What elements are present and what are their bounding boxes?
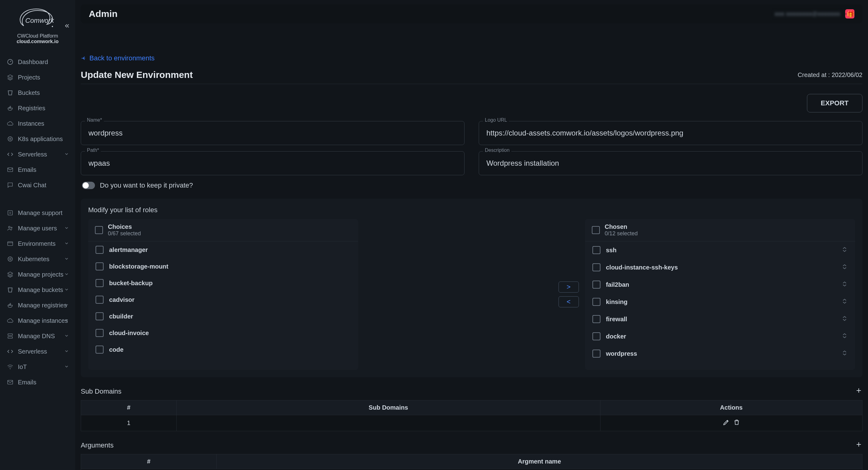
role-item[interactable]: code [88, 341, 358, 358]
sidebar-item-emails[interactable]: Emails [2, 374, 73, 390]
back-link[interactable]: Back to environments [81, 54, 155, 62]
docker-icon [7, 302, 13, 309]
role-item-checkbox[interactable] [96, 296, 103, 304]
subdomains-col-actions: Actions [600, 400, 863, 415]
chosen-select-all-checkbox[interactable] [592, 226, 600, 234]
subdomains-table: # Sub Domains Actions 1 [81, 400, 863, 431]
name-input[interactable] [81, 121, 465, 145]
role-item-checkbox[interactable] [96, 246, 103, 254]
role-item[interactable]: cbuilder [88, 308, 358, 325]
role-item-checkbox[interactable] [96, 329, 103, 337]
window-icon [7, 240, 13, 247]
role-item-label: bucket-backup [109, 280, 153, 287]
description-input[interactable] [479, 151, 863, 175]
sidebar-item-kubernetes[interactable]: Kubernetes [2, 251, 73, 267]
drag-handle-icon[interactable] [841, 332, 848, 341]
brand-block: Comwork CWCloud Platform cloud.comwork.i… [0, 0, 75, 48]
role-item[interactable]: wordpress [585, 345, 855, 362]
role-item[interactable]: cloud-invoice [88, 325, 358, 341]
sidebar-item-manage-instances[interactable]: Manage instances [2, 313, 73, 328]
sidebar: Comwork CWCloud Platform cloud.comwork.i… [0, 0, 75, 470]
role-item-checkbox[interactable] [592, 349, 600, 358]
sidebar-item-label: Projects [18, 74, 40, 81]
role-item-checkbox[interactable] [592, 263, 600, 271]
gauge-icon [7, 59, 13, 65]
gift-icon[interactable] [845, 9, 855, 19]
role-item[interactable]: blockstorage-mount [88, 258, 358, 275]
role-item-checkbox[interactable] [96, 312, 103, 320]
sidebar-item-environments[interactable]: Environments [2, 236, 73, 251]
sidebar-item-manage-registries[interactable]: Manage registries [2, 298, 73, 313]
role-item-checkbox[interactable] [592, 298, 600, 306]
role-item[interactable]: docker [585, 328, 855, 345]
add-argument-button[interactable] [855, 440, 863, 450]
subdomains-col-idx: # [81, 400, 177, 415]
users-icon [7, 225, 13, 232]
role-item[interactable]: fail2ban [585, 276, 855, 293]
sidebar-item-manage-projects[interactable]: Manage projects [2, 267, 73, 282]
sidebar-item-registries[interactable]: Registries [2, 100, 73, 116]
add-subdomain-button[interactable] [855, 387, 863, 396]
sidebar-item-label: Serverless [18, 151, 47, 158]
sidebar-item-projects[interactable]: Projects [2, 70, 73, 85]
private-label: Do you want to keep it private? [100, 181, 193, 190]
sidebar-item-iot[interactable]: IoT [2, 359, 73, 374]
move-right-button[interactable]: > [559, 281, 579, 293]
move-left-button[interactable]: < [559, 296, 579, 307]
sidebar-collapse-button[interactable] [63, 22, 71, 30]
drag-handle-icon[interactable] [841, 349, 848, 358]
role-item-label: cbuilder [109, 313, 133, 320]
role-item[interactable]: firewall [585, 310, 855, 328]
role-item[interactable]: cadvisor [88, 291, 358, 308]
logo-url-input[interactable] [479, 121, 863, 145]
sidebar-item-serverless[interactable]: Serverless [2, 344, 73, 359]
support-icon [7, 209, 13, 216]
choices-listbox: Choices 0/67 selected alertmanagerblocks… [88, 219, 358, 370]
export-button[interactable]: EXPORT [807, 94, 863, 112]
role-item-label: ssh [606, 247, 617, 254]
sidebar-item-buckets[interactable]: Buckets [2, 85, 73, 100]
sidebar-item-dashboard[interactable]: Dashboard [2, 54, 73, 70]
sidebar-item-label: Serverless [18, 348, 47, 355]
sidebar-item-cwai-chat[interactable]: Cwai Chat [2, 177, 73, 193]
drag-handle-icon[interactable] [841, 246, 848, 255]
drag-handle-icon[interactable] [841, 263, 848, 272]
drag-handle-icon[interactable] [841, 280, 848, 289]
role-item-checkbox[interactable] [96, 279, 103, 287]
edit-icon[interactable] [723, 419, 730, 426]
role-item-checkbox[interactable] [592, 280, 600, 289]
role-item-checkbox[interactable] [592, 332, 600, 340]
chevron-down-icon [64, 363, 69, 371]
role-item[interactable]: kinsing [585, 293, 855, 310]
sidebar-item-manage-users[interactable]: Manage users [2, 221, 73, 236]
sidebar-item-serverless[interactable]: Serverless [2, 146, 73, 162]
role-item[interactable]: alertmanager [88, 241, 358, 258]
drag-handle-icon[interactable] [841, 298, 848, 306]
drag-handle-icon[interactable] [841, 315, 848, 324]
role-item[interactable]: cloud-instance-ssh-keys [585, 259, 855, 276]
path-input[interactable] [81, 151, 465, 175]
topbar: Admin xxx xxxxxxxx@xxxxxxx [81, 4, 863, 24]
server-icon [7, 333, 13, 339]
sidebar-item-manage-dns[interactable]: Manage DNS [2, 328, 73, 344]
private-toggle[interactable] [82, 182, 95, 189]
role-item-label: blockstorage-mount [109, 263, 168, 270]
sidebar-item-instances[interactable]: Instances [2, 116, 73, 131]
arguments-col-name: Argment name [217, 454, 863, 469]
role-item-checkbox[interactable] [96, 262, 103, 270]
page-area-title: Admin [89, 9, 118, 19]
role-item-checkbox[interactable] [592, 315, 600, 323]
role-item-checkbox[interactable] [96, 345, 103, 354]
sidebar-item-manage-buckets[interactable]: Manage buckets [2, 282, 73, 298]
sidebar-item-emails[interactable]: Emails [2, 162, 73, 177]
sidebar-item-k8s-applications[interactable]: K8s applications [2, 131, 73, 146]
role-item[interactable]: bucket-backup [88, 275, 358, 291]
choices-select-all-checkbox[interactable] [95, 226, 103, 234]
role-item[interactable]: ssh [585, 241, 855, 259]
delete-icon[interactable] [733, 419, 740, 426]
role-item-checkbox[interactable] [592, 246, 600, 254]
chevron-down-icon [64, 287, 69, 294]
sidebar-item-label: Manage support [18, 209, 63, 216]
sidebar-item-manage-support[interactable]: Manage support [2, 205, 73, 221]
chevron-down-icon [64, 348, 69, 355]
